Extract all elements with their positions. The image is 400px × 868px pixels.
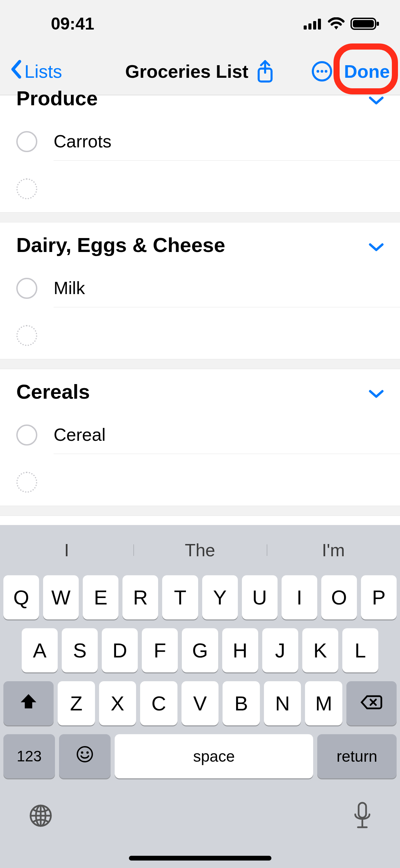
cellular-icon (304, 18, 322, 30)
status-indicators (304, 17, 380, 31)
key-m[interactable]: M (305, 681, 342, 725)
list-item[interactable]: Cereal (0, 411, 400, 459)
svg-rect-3 (318, 19, 321, 30)
status-time: 09:41 (51, 14, 94, 34)
svg-point-14 (87, 751, 89, 754)
new-item-input[interactable] (54, 317, 400, 354)
radio-unchecked-icon[interactable] (16, 424, 37, 446)
key-l[interactable]: L (342, 628, 378, 672)
svg-rect-5 (353, 20, 374, 28)
status-bar: 09:41 (0, 0, 400, 48)
shift-key[interactable] (3, 681, 54, 725)
key-x[interactable]: X (99, 681, 136, 725)
svg-rect-6 (377, 22, 379, 26)
key-p[interactable]: P (361, 575, 397, 619)
new-item-input[interactable] (54, 464, 400, 501)
keyboard: I The I'm Q W E R T Y U I O P A S D F G … (0, 525, 400, 868)
chevron-down-icon (369, 380, 384, 403)
key-row-2: A S D F G H J K L (3, 628, 397, 672)
key-y[interactable]: Y (202, 575, 238, 619)
battery-icon (350, 17, 380, 31)
key-c[interactable]: C (140, 681, 177, 725)
svg-rect-2 (313, 21, 316, 30)
chevron-down-icon (369, 87, 384, 110)
keyboard-footer (0, 778, 400, 868)
key-g[interactable]: G (182, 628, 218, 672)
space-key[interactable]: space (115, 734, 313, 778)
item-label[interactable]: Cereal (54, 416, 400, 454)
key-row-1: Q W E R T Y U I O P (3, 575, 397, 619)
section-title: Cereals (16, 380, 90, 403)
radio-unchecked-icon[interactable] (16, 131, 37, 152)
radio-placeholder-icon (16, 472, 37, 493)
list-item[interactable]: Milk (0, 264, 400, 312)
wifi-icon (327, 17, 345, 30)
svg-point-12 (77, 747, 92, 762)
suggestion[interactable]: The (133, 540, 267, 560)
key-n[interactable]: N (264, 681, 301, 725)
return-key[interactable]: return (317, 734, 397, 778)
new-item-row[interactable] (0, 165, 400, 212)
svg-point-11 (325, 70, 327, 73)
list-item[interactable]: Carrots (0, 117, 400, 165)
section-produce: Produce Carrots (0, 95, 400, 213)
key-z[interactable]: Z (58, 681, 95, 725)
backspace-key[interactable] (346, 681, 397, 725)
key-q[interactable]: Q (3, 575, 39, 619)
globe-key[interactable] (27, 802, 54, 831)
svg-rect-1 (308, 23, 311, 30)
radio-placeholder-icon (16, 178, 37, 199)
home-indicator[interactable] (129, 856, 271, 861)
key-h[interactable]: H (222, 628, 258, 672)
new-item-row[interactable] (0, 312, 400, 359)
key-w[interactable]: W (43, 575, 79, 619)
section-title: Dairy, Eggs & Cheese (16, 233, 225, 257)
item-label[interactable]: Carrots (54, 122, 400, 161)
emoji-key[interactable] (59, 734, 111, 778)
shift-icon (19, 692, 38, 715)
suggestion-bar: I The I'm (0, 525, 400, 575)
key-t[interactable]: T (162, 575, 198, 619)
key-a[interactable]: A (22, 628, 58, 672)
key-k[interactable]: K (302, 628, 338, 672)
radio-unchecked-icon[interactable] (16, 278, 37, 299)
suggestion[interactable]: I (0, 540, 133, 560)
key-row-4: 123 space return (3, 734, 397, 778)
svg-point-9 (317, 70, 319, 73)
key-row-3: Z X C V B N M (3, 681, 397, 725)
svg-point-13 (81, 751, 83, 754)
suggestion[interactable]: I'm (267, 540, 400, 560)
radio-placeholder-icon (16, 325, 37, 346)
key-j[interactable]: J (262, 628, 298, 672)
key-r[interactable]: R (122, 575, 158, 619)
key-v[interactable]: V (182, 681, 219, 725)
emoji-icon (76, 745, 94, 768)
key-i[interactable]: I (282, 575, 317, 619)
key-b[interactable]: B (223, 681, 260, 725)
key-s[interactable]: S (62, 628, 98, 672)
key-d[interactable]: D (102, 628, 138, 672)
key-o[interactable]: O (321, 575, 357, 619)
svg-rect-0 (304, 25, 307, 30)
new-item-input[interactable] (54, 170, 400, 207)
item-label[interactable]: Milk (54, 269, 400, 307)
new-item-row[interactable] (0, 459, 400, 506)
key-e[interactable]: E (83, 575, 118, 619)
key-f[interactable]: F (142, 628, 178, 672)
backspace-icon (360, 692, 383, 715)
key-u[interactable]: U (242, 575, 278, 619)
section-title: Produce (16, 87, 98, 110)
chevron-down-icon (369, 233, 384, 257)
svg-rect-17 (359, 803, 366, 818)
numeric-key[interactable]: 123 (3, 734, 55, 778)
svg-point-10 (321, 70, 323, 73)
section-dairy: Dairy, Eggs & Cheese Milk (0, 222, 400, 359)
section-header[interactable]: Produce (0, 73, 400, 117)
section-cereals: Cereals Cereal (0, 369, 400, 506)
section-header[interactable]: Dairy, Eggs & Cheese (0, 222, 400, 264)
section-header[interactable]: Cereals (0, 369, 400, 411)
dictation-key[interactable] (352, 801, 373, 832)
